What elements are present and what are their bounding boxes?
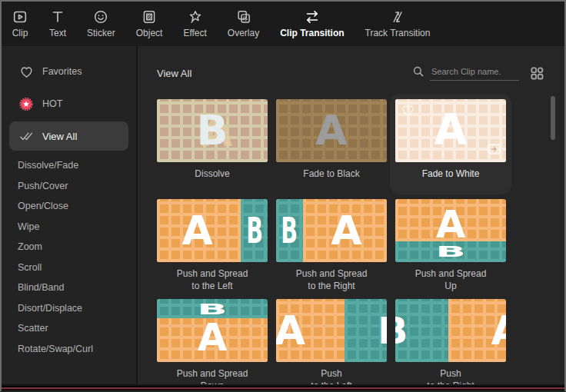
transition-card-push-and-spread-to-the-left[interactable]: ABPush and Spreadto the Left	[157, 199, 268, 289]
panel-title: View All	[157, 68, 191, 79]
thumb-letter: B	[395, 312, 408, 349]
transition-name: Push and SpreadDown	[157, 367, 268, 384]
transition-thumbnail: AB	[157, 99, 268, 162]
tab-object[interactable]: Object	[136, 2, 163, 52]
transition-card-fade-to-black[interactable]: AFade to Black	[276, 99, 387, 189]
effect-icon	[187, 8, 204, 26]
tab-label: Sticker	[87, 28, 115, 38]
category-sidebar: FavoritesHOTView AllDissolve/FadePush/Co…	[2, 46, 138, 384]
grid-view-icon[interactable]	[530, 66, 544, 81]
thumb-letter: B	[436, 244, 466, 259]
transition-name: Fade to White	[395, 168, 506, 180]
sidebar-item-label: Zoom	[18, 241, 42, 252]
sidebar-item-label: Scroll	[18, 262, 42, 273]
search-input[interactable]	[430, 65, 519, 81]
thumb-letter: B	[246, 213, 263, 248]
sidebar-item-hot[interactable]: HOT	[2, 88, 136, 120]
apply-transition-button[interactable]	[488, 144, 501, 158]
sidebar-item-label: Blind/Band	[18, 282, 64, 293]
search-box	[411, 65, 519, 81]
sidebar-item-label: Dissolve/Fade	[18, 160, 78, 171]
tab-sticker[interactable]: Sticker	[87, 2, 115, 52]
tab-clip-transition[interactable]: Clip Transition	[280, 2, 344, 52]
thumb-letter: B	[196, 110, 228, 151]
thumb-segment: A	[276, 99, 387, 162]
thumb-segment: AB	[157, 99, 268, 162]
transition-thumbnail: BA	[395, 299, 506, 362]
clip-transition-icon	[303, 8, 321, 26]
transition-card-push-and-spread-to-the-right[interactable]: BAPush and Spreadto the Right	[276, 199, 387, 289]
scrollbar-thumb[interactable]	[551, 96, 555, 140]
sidebar-item-zoom[interactable]: Zoom	[2, 237, 136, 257]
thumb-letter: A	[434, 108, 467, 151]
sidebar-item-label: Favorites	[42, 66, 82, 77]
thumb-letter: A	[315, 110, 348, 151]
transition-name: Dissolve	[157, 168, 268, 180]
sidebar-item-scroll[interactable]: Scroll	[2, 257, 136, 278]
tab-label: Clip Transition	[280, 28, 344, 38]
thumb-segment: A	[303, 199, 387, 262]
sidebar-item-favorites[interactable]: Favorites	[2, 55, 136, 88]
thumb-segment: B	[157, 299, 268, 318]
track-transition-icon	[388, 8, 407, 26]
tab-overlay[interactable]: Overlay	[228, 2, 259, 52]
sidebar-item-dissolve-fade[interactable]: Dissolve/Fade	[2, 155, 136, 176]
transition-name: Fade to Black	[276, 168, 387, 180]
transition-card-push-to-the-right[interactable]: BAPushto the Right	[395, 299, 506, 384]
sidebar-item-label: Disort/Displace	[18, 303, 82, 314]
sidebar-item-wipe[interactable]: Wipe	[2, 217, 136, 238]
sidebar-item-push-cover[interactable]: Push/Cover	[2, 176, 136, 197]
transition-card-dissolve[interactable]: ABDissolve	[157, 99, 268, 189]
thumb-letter: B	[378, 312, 387, 349]
sidebar-item-disort-displace[interactable]: Disort/Displace	[2, 298, 136, 319]
thumb-letter: A	[436, 205, 466, 241]
thumb-segment: B	[276, 199, 303, 262]
sidebar-item-rotate-swap-curl[interactable]: Rotate/Swap/Curl	[2, 339, 136, 360]
object-icon	[141, 8, 158, 26]
thumb-segment: A	[276, 299, 345, 362]
thumb-segment: A	[157, 199, 241, 262]
transition-card-push-to-the-left[interactable]: ABPushto the Left	[276, 299, 387, 384]
thumb-segment: B	[395, 299, 448, 362]
transition-thumbnail: A	[395, 99, 506, 162]
transition-panel: View All ABDissolveAFade to BlackAFade t…	[138, 46, 564, 384]
transition-name: Push and SpreadUp	[395, 267, 506, 292]
sidebar-item-scatter[interactable]: Scatter	[2, 318, 136, 339]
clip-icon	[12, 8, 28, 26]
transition-name: Push and Spreadto the Left	[157, 267, 268, 292]
favorite-heart-icon[interactable]	[401, 103, 415, 121]
tab-effect[interactable]: Effect	[183, 2, 206, 52]
sidebar-item-open-close[interactable]: Open/Close	[2, 196, 136, 217]
thumb-segment: A	[157, 318, 268, 362]
main-body: FavoritesHOTView AllDissolve/FadePush/Co…	[2, 46, 564, 384]
tab-track-transition[interactable]: Track Transition	[365, 2, 431, 52]
sidebar-item-label: Rotate/Swap/Curl	[18, 344, 93, 354]
sidebar-item-label: View All	[42, 131, 77, 142]
thumb-letter: A	[276, 311, 305, 350]
thumb-letter: A	[181, 211, 212, 251]
transition-card-push-and-spread-down[interactable]: BAPush and SpreadDown	[157, 299, 268, 384]
tab-label: Text	[49, 28, 66, 38]
app-window: ClipTextStickerObjectEffectOverlayClip T…	[0, 0, 566, 392]
tab-label: Clip	[12, 28, 28, 38]
tab-text[interactable]: Text	[49, 2, 66, 52]
panel-header: View All	[138, 46, 564, 81]
transition-thumbnail: A	[276, 99, 387, 162]
thumb-segment: A	[448, 299, 506, 362]
transition-name: Pushto the Right	[395, 367, 506, 384]
transition-card-fade-to-white[interactable]: AFade to White	[395, 99, 506, 189]
thumb-letter: B	[281, 213, 298, 248]
transition-thumbnail: AB	[276, 299, 387, 362]
transition-thumbnail: AB	[157, 199, 268, 262]
tab-label: Track Transition	[365, 28, 431, 38]
text-icon	[49, 8, 66, 26]
sidebar-item-label: Push/Cover	[18, 181, 68, 191]
thumb-letter: A	[198, 318, 228, 357]
transition-card-push-and-spread-up[interactable]: ABPush and SpreadUp	[395, 199, 506, 289]
transition-thumbnail: BA	[276, 199, 387, 262]
sidebar-item-view-all[interactable]: View All	[9, 121, 128, 151]
search-icon	[411, 65, 425, 81]
sidebar-item-blind-band[interactable]: Blind/Band	[2, 277, 136, 298]
sidebar-item-label: HOT	[42, 98, 62, 109]
tab-clip[interactable]: Clip	[12, 2, 28, 52]
